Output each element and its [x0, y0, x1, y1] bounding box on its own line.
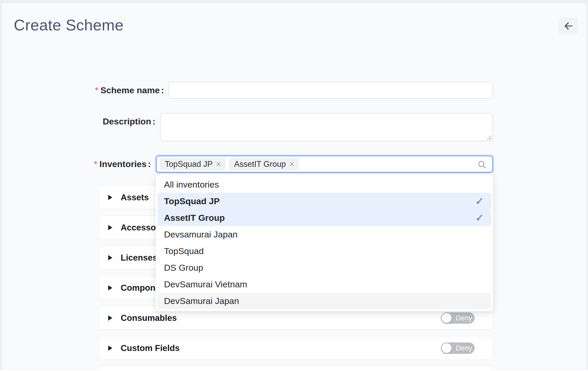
toggle-label: Deny — [453, 342, 475, 354]
toggle-knob — [442, 343, 452, 353]
tag-label: AssetIT Group — [234, 160, 286, 169]
option-label: DevSamurai Vietnam — [164, 279, 247, 289]
section-label: Assets — [121, 193, 149, 202]
inventories-dropdown: All inventories TopSquad JP ✓ AssetIT Gr… — [156, 174, 493, 311]
deny-toggle[interactable]: Deny — [441, 312, 475, 324]
create-scheme-card: Create Scheme *Scheme name: Description:… — [2, 3, 587, 370]
option-label: TopSquad — [164, 246, 204, 256]
option-label: TopSquad JP — [164, 196, 220, 206]
remove-tag-icon[interactable]: ✕ — [289, 161, 295, 168]
dropdown-option-all-inventories[interactable]: All inventories — [158, 176, 491, 193]
scheme-name-input[interactable] — [168, 82, 493, 99]
remove-tag-icon[interactable]: ✕ — [216, 161, 221, 168]
label-colon: : — [153, 116, 155, 126]
search-icon — [477, 160, 487, 169]
caret-right-icon — [108, 255, 112, 260]
dropdown-option-devsamurai-japan-2[interactable]: DevSamurai Japan — [158, 293, 491, 309]
page-title: Create Scheme — [14, 16, 124, 34]
dropdown-option-ds-group[interactable]: DS Group — [158, 259, 491, 276]
selected-tag: TopSquad JP ✕ — [160, 158, 225, 170]
option-label: Devsamurai Japan — [164, 229, 237, 240]
caret-right-icon — [108, 346, 112, 351]
inventories-label-text: Inventories — [99, 159, 146, 169]
description-textarea[interactable] — [160, 113, 493, 141]
dropdown-option-devsamurai-japan-1[interactable]: Devsamurai Japan — [158, 226, 491, 243]
dropdown-option-assetit-group[interactable]: AssetIT Group ✓ — [158, 209, 491, 226]
dropdown-option-devsamurai-vietnam[interactable]: DevSamurai Vietnam — [158, 276, 491, 293]
required-asterisk: * — [94, 159, 97, 169]
section-label: Licenses — [121, 253, 157, 263]
option-label: AssetIT Group — [164, 213, 225, 223]
toggle-knob — [442, 313, 452, 323]
caret-right-icon — [108, 315, 112, 321]
scheme-name-label: *Scheme name: — [2, 85, 164, 95]
option-label: DS Group — [164, 263, 203, 273]
description-label-text: Description — [103, 116, 151, 126]
caret-right-icon — [108, 225, 112, 230]
label-colon: : — [161, 85, 164, 95]
caret-right-icon — [108, 285, 112, 290]
deny-toggle[interactable]: Deny — [441, 342, 475, 354]
arrow-left-icon — [563, 21, 574, 31]
description-field-wrap — [160, 113, 493, 141]
back-button[interactable] — [559, 18, 578, 34]
check-icon: ✓ — [475, 212, 484, 224]
toggle-label: Deny — [453, 312, 475, 324]
check-icon: ✓ — [475, 195, 484, 207]
collapse-section-partial[interactable]: Deny — [99, 366, 493, 371]
selected-tag: AssetIT Group ✕ — [229, 158, 299, 170]
option-label: All inventories — [164, 180, 219, 190]
caret-right-icon — [108, 195, 112, 200]
dropdown-option-topsquad[interactable]: TopSquad — [158, 243, 491, 259]
option-label: DevSamurai Japan — [164, 296, 239, 306]
scheme-name-label-text: Scheme name — [100, 85, 160, 95]
section-label: Custom Fields — [121, 343, 180, 353]
inventories-label: *Inventories: — [2, 159, 151, 169]
section-label: Consumables — [121, 313, 177, 323]
dropdown-option-topsquad-jp[interactable]: TopSquad JP ✓ — [158, 193, 491, 209]
label-colon: : — [148, 159, 151, 169]
inventories-multiselect[interactable]: TopSquad JP ✕ AssetIT Group ✕ — [156, 156, 493, 173]
tag-label: TopSquad JP — [165, 160, 213, 169]
collapse-section-custom-fields[interactable]: Custom Fields Deny — [99, 336, 493, 360]
required-asterisk: * — [95, 85, 98, 95]
description-label: Description: — [2, 116, 155, 126]
